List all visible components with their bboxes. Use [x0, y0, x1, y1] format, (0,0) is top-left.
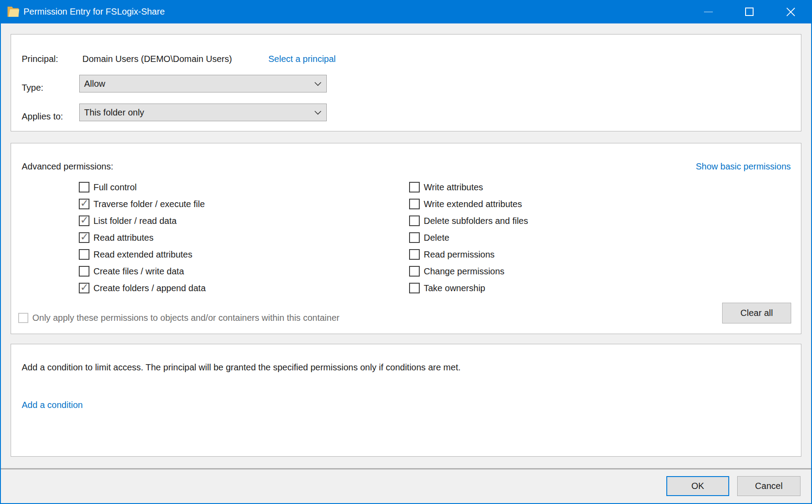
condition-description: Add a condition to limit access. The pri… [22, 362, 460, 373]
permission-label: List folder / read data [93, 216, 177, 226]
permission-checkbox[interactable] [79, 199, 89, 209]
permission-row: Full control [79, 179, 362, 196]
permission-row: Read extended attributes [79, 246, 362, 263]
minimize-button[interactable] [694, 0, 723, 23]
folder-icon [7, 5, 20, 20]
permissions-column-left: Full control Traverse folder / execute f… [79, 179, 362, 296]
clear-all-button[interactable]: Clear all [722, 303, 791, 323]
chevron-down-icon [314, 111, 321, 115]
permission-row: Write extended attributes [409, 196, 692, 212]
permission-row: Read attributes [79, 229, 362, 246]
maximize-icon [745, 8, 754, 16]
advanced-permissions-panel: Advanced permissions: Show basic permiss… [11, 143, 801, 334]
permission-label: Write attributes [424, 182, 483, 192]
permission-row: Traverse folder / execute file [79, 196, 362, 212]
permission-checkbox[interactable] [79, 215, 89, 226]
title-bar: Permission Entry for FSLogix-Share [0, 0, 812, 23]
select-a-principal-link[interactable]: Select a principal [268, 53, 336, 65]
show-basic-permissions-link[interactable]: Show basic permissions [696, 161, 791, 172]
minimize-icon [704, 12, 713, 12]
permission-row: Read permissions [409, 246, 692, 263]
permission-row: List folder / read data [79, 212, 362, 229]
applies-to-dropdown[interactable]: This folder only [79, 104, 327, 121]
window-title: Permission Entry for FSLogix-Share [23, 0, 165, 23]
permission-row: Write attributes [409, 179, 692, 196]
close-button[interactable] [777, 0, 805, 23]
permission-label: Traverse folder / execute file [93, 199, 205, 209]
cancel-button[interactable]: Cancel [737, 476, 800, 496]
permission-label: Take ownership [424, 283, 485, 293]
permission-row: Create folders / append data [79, 280, 362, 296]
only-apply-row: Only apply these permissions to objects … [18, 313, 340, 323]
permission-checkbox[interactable] [79, 232, 89, 243]
permission-label: Read extended attributes [93, 250, 193, 260]
permission-label: Full control [93, 182, 137, 192]
permission-checkbox[interactable] [79, 249, 89, 260]
only-apply-checkbox [18, 313, 28, 323]
permission-label: Create files / write data [93, 266, 184, 277]
permission-row: Delete [409, 229, 692, 246]
permission-checkbox[interactable] [79, 182, 89, 192]
permission-row: Delete subfolders and files [409, 212, 692, 229]
ok-button[interactable]: OK [666, 476, 729, 496]
permission-label: Delete [424, 233, 449, 243]
add-a-condition-link[interactable]: Add a condition [22, 399, 83, 411]
type-dropdown-value: Allow [84, 79, 105, 89]
permission-label: Read attributes [93, 233, 154, 243]
permission-checkbox[interactable] [409, 232, 420, 243]
applies-to-label: Applies to: [22, 111, 63, 122]
permission-label: Delete subfolders and files [424, 216, 528, 226]
maximize-button[interactable] [735, 0, 763, 23]
principal-panel: Principal: Domain Users (DEMO\Domain Use… [11, 34, 801, 131]
permission-label: Write extended attributes [424, 199, 522, 209]
advanced-permissions-heading: Advanced permissions: [22, 161, 113, 172]
permission-checkbox[interactable] [409, 249, 420, 260]
principal-label: Principal: [22, 53, 58, 65]
condition-panel: Add a condition to limit access. The pri… [11, 344, 801, 457]
permission-label: Change permissions [424, 266, 504, 277]
footer-divider [1, 468, 811, 469]
permission-row: Take ownership [409, 280, 692, 296]
permission-label: Read permissions [424, 250, 495, 260]
permission-row: Change permissions [409, 263, 692, 280]
permission-checkbox[interactable] [409, 199, 420, 209]
permission-checkbox[interactable] [409, 182, 420, 192]
permission-label: Create folders / append data [93, 283, 206, 293]
type-label: Type: [22, 82, 43, 93]
permission-row: Create files / write data [79, 263, 362, 280]
permission-entry-dialog: Permission Entry for FSLogix-Share Princ… [0, 0, 812, 504]
applies-to-dropdown-value: This folder only [84, 108, 144, 118]
principal-value: Domain Users (DEMO\Domain Users) [82, 53, 232, 65]
close-icon [786, 7, 796, 17]
type-dropdown[interactable]: Allow [79, 75, 327, 92]
only-apply-label: Only apply these permissions to objects … [32, 313, 340, 323]
chevron-down-icon [314, 82, 321, 86]
permission-checkbox[interactable] [79, 266, 89, 277]
permission-checkbox[interactable] [409, 283, 420, 293]
permission-checkbox[interactable] [79, 283, 89, 293]
permissions-column-right: Write attributes Write extended attribut… [409, 179, 692, 296]
permission-checkbox[interactable] [409, 266, 420, 277]
window-border-left [0, 0, 1, 504]
permission-checkbox[interactable] [409, 215, 420, 226]
